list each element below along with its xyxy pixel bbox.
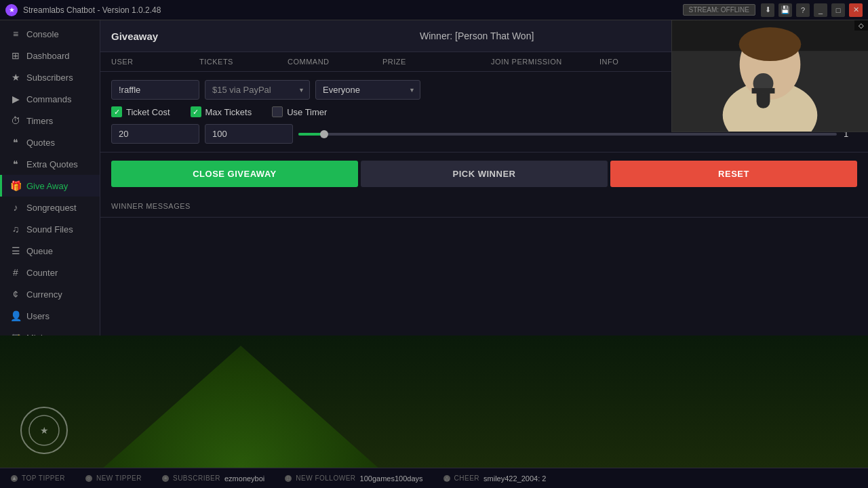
sidebar-label-users: Users xyxy=(26,311,50,321)
sidebar-label-currency: Currency xyxy=(26,289,62,300)
top-tipper-label: TOP TIPPER xyxy=(22,474,65,482)
new-follower-icon: □ xyxy=(285,475,292,482)
max-tickets-label: Max Tickets xyxy=(205,107,252,117)
subscriber-value: ezmoneyboi xyxy=(224,474,264,483)
sidebar-label-songrequest: Songrequest xyxy=(26,203,77,213)
permission-select-wrapper: Everyone Subscribers Moderators VIPs xyxy=(315,80,420,100)
sidebar-item-timers[interactable]: ⏱ Timers xyxy=(0,110,100,131)
svg-point-4 xyxy=(739,27,802,61)
sidebar-item-counter[interactable]: # Counter xyxy=(0,262,100,283)
video-placeholder: ◇ xyxy=(672,20,868,131)
use-timer-checkbox-item[interactable]: ✓ Use Timer xyxy=(272,106,327,117)
give-away-icon: 🎁 xyxy=(10,180,21,191)
timer-slider-thumb[interactable] xyxy=(320,130,328,138)
winner-messages-header: WINNER MESSAGES xyxy=(100,195,868,218)
video-svg xyxy=(672,20,868,131)
ticket-cost-input[interactable] xyxy=(111,124,199,144)
sidebar-label-queue: Queue xyxy=(26,246,53,256)
help-btn[interactable]: ? xyxy=(796,3,810,17)
stream-status-badge: STREAM: OFFLINE xyxy=(683,4,755,16)
sidebar-label-dashboard: Dashboard xyxy=(26,51,70,61)
commands-icon: ▶ xyxy=(10,94,21,104)
logo-svg: ★ xyxy=(27,413,61,447)
sidebar-label-commands: Commands xyxy=(26,94,71,104)
sidebar-item-users[interactable]: 👤 Users xyxy=(0,305,100,327)
sidebar-label-give-away: Give Away xyxy=(26,181,68,191)
maximize-btn[interactable]: □ xyxy=(831,3,845,17)
sidebar-item-sound-files[interactable]: ♫ Sound Files xyxy=(0,218,100,240)
counter-icon: # xyxy=(10,267,21,278)
sidebar-item-queue[interactable]: ☰ Queue xyxy=(0,240,100,262)
sidebar-label-quotes: Quotes xyxy=(26,138,55,148)
sidebar-item-quotes[interactable]: ❝ Quotes xyxy=(0,131,100,153)
cheer-icon: △ xyxy=(443,475,450,482)
video-overlay-text: ◇ xyxy=(854,20,868,30)
subscriber-icon: + xyxy=(162,475,169,482)
sound-files-icon: ♫ xyxy=(10,224,21,235)
col-tickets-header: TICKETS xyxy=(199,58,288,66)
subscribers-icon: ★ xyxy=(10,72,21,83)
save-btn[interactable]: 💾 xyxy=(778,3,792,17)
sidebar-item-songrequest[interactable]: ♪ Songrequest xyxy=(0,197,100,218)
max-tickets-input[interactable] xyxy=(205,124,293,144)
col-prize-header: Prize xyxy=(382,58,491,66)
col-permission-header: Join Permission xyxy=(491,58,599,66)
command-input[interactable] xyxy=(111,80,199,100)
close-giveaway-button[interactable]: CLOSE GIVEAWAY xyxy=(111,161,358,187)
sidebar-item-give-away[interactable]: 🎁 Give Away xyxy=(0,175,100,197)
giveaway-title: Giveaway xyxy=(111,30,233,42)
col-command-header: Command xyxy=(288,58,382,66)
sidebar-item-extra-quotes[interactable]: ❝ Extra Quotes xyxy=(0,153,100,175)
new-tipper-label: NEW TIPPER xyxy=(96,474,142,482)
col-user-header: USER xyxy=(111,58,199,66)
top-tipper-icon: ▲ xyxy=(11,475,18,482)
new-tipper-icon: ○ xyxy=(85,475,92,482)
window-controls: ⬇ 💾 ? _ □ ✕ xyxy=(761,3,863,17)
sidebar-label-extra-quotes: Extra Quotes xyxy=(26,159,78,169)
app-title: Streamlabs Chatbot - Version 1.0.2.48 xyxy=(23,5,677,15)
sidebar-item-subscribers[interactable]: ★ Subscribers xyxy=(0,66,100,88)
ticket-cost-checkbox[interactable]: ✓ xyxy=(111,106,122,117)
use-timer-checkbox[interactable]: ✓ xyxy=(272,106,283,117)
close-btn[interactable]: ✕ xyxy=(849,3,863,17)
timer-slider[interactable] xyxy=(298,133,837,136)
sidebar-item-console[interactable]: ≡ Console xyxy=(0,23,100,45)
console-icon: ≡ xyxy=(10,28,21,39)
timers-icon: ⏱ xyxy=(10,115,21,126)
pick-winner-button[interactable]: PICK WINNER xyxy=(361,161,608,187)
status-subscriber: + SUBSCRIBER ezmoneyboi xyxy=(162,474,264,483)
reset-button[interactable]: RESET xyxy=(610,161,857,187)
status-new-tipper: ○ NEW TIPPER xyxy=(85,474,142,482)
new-follower-label: NEW FOLLOWER xyxy=(296,474,355,482)
queue-icon: ☰ xyxy=(10,245,21,256)
sidebar-item-commands[interactable]: ▶ Commands xyxy=(0,88,100,110)
sidebar-label-timers: Timers xyxy=(26,116,53,126)
status-top-tipper: ▲ TOP TIPPER xyxy=(11,474,65,482)
sidebar-label-subscribers: Subscribers xyxy=(26,73,73,83)
cheer-value: smiley422_2004: 2 xyxy=(484,474,546,483)
sidebar-item-currency[interactable]: ¢ Currency xyxy=(0,283,100,305)
quotes-icon: ❝ xyxy=(10,137,21,148)
video-preview: ◇ xyxy=(671,20,868,132)
tent-graphic xyxy=(88,346,393,468)
background-area: ★ xyxy=(0,336,868,468)
giveaway-winner-text: Winner: [Person That Won] xyxy=(233,30,720,41)
users-icon: 👤 xyxy=(10,310,21,321)
download-btn[interactable]: ⬇ xyxy=(761,3,774,17)
status-bar: ▲ TOP TIPPER ○ NEW TIPPER + SUBSCRIBER e… xyxy=(0,468,868,488)
svg-text:★: ★ xyxy=(40,426,49,436)
minimize-btn[interactable]: _ xyxy=(814,3,827,17)
permission-select[interactable]: Everyone Subscribers Moderators VIPs xyxy=(315,80,420,100)
new-follower-value: 100games100days xyxy=(360,474,423,483)
extra-quotes-icon: ❝ xyxy=(10,159,21,169)
ticket-cost-checkbox-item[interactable]: ✓ Ticket Cost xyxy=(111,106,170,117)
sidebar-label-counter: Counter xyxy=(26,268,58,278)
ticket-cost-label: Ticket Cost xyxy=(126,107,170,117)
prize-select[interactable]: $15 via PayPal $25 via PayPal Steam Game… xyxy=(205,80,310,100)
use-timer-label: Use Timer xyxy=(287,107,327,117)
max-tickets-checkbox[interactable]: ✓ xyxy=(191,106,201,117)
dashboard-icon: ⊞ xyxy=(10,50,21,61)
sidebar-item-dashboard[interactable]: ⊞ Dashboard xyxy=(0,45,100,66)
cheer-label: CHEER xyxy=(454,474,480,482)
max-tickets-checkbox-item[interactable]: ✓ Max Tickets xyxy=(191,106,252,117)
